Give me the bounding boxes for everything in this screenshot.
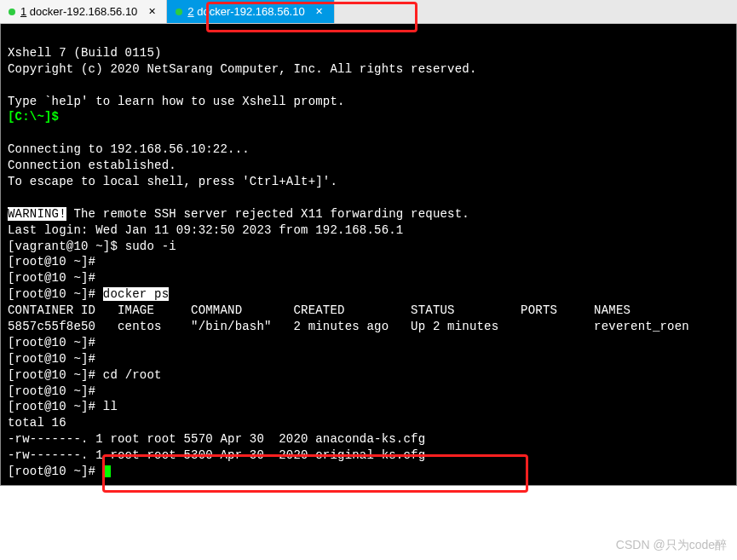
close-icon[interactable]: ✕ bbox=[314, 6, 325, 18]
root-prompt: [root@10 ~]# bbox=[8, 368, 103, 382]
banner-line: Type `help' to learn how to use Xshell p… bbox=[8, 95, 345, 108]
root-prompt: [root@10 ~]# bbox=[8, 271, 103, 285]
watermark: CSDN @只为code醉 bbox=[616, 538, 727, 553]
tab-label: docker-192.168.56.10 bbox=[30, 5, 137, 18]
cursor-icon bbox=[103, 465, 111, 477]
ps-header: CONTAINER ID IMAGE COMMAND CREATED STATU… bbox=[8, 303, 630, 317]
tab-num: 2 bbox=[187, 5, 193, 18]
warning-text: The remote SSH server rejected X11 forwa… bbox=[66, 207, 469, 221]
ls-total: total 16 bbox=[8, 416, 66, 430]
status-dot-icon bbox=[9, 9, 15, 15]
ps-row: 5857c55f8e50 centos "/bin/bash" 2 minute… bbox=[8, 320, 689, 333]
tab-bar: 1 docker-192.168.56.10 ✕ 2 docker-192.16… bbox=[0, 0, 737, 24]
tab-2[interactable]: 2 docker-192.168.56.10 ✕ bbox=[167, 0, 334, 23]
root-prompt: [root@10 ~]# bbox=[8, 287, 103, 301]
tab-label: docker-192.168.56.10 bbox=[197, 5, 304, 18]
tab-1[interactable]: 1 docker-192.168.56.10 ✕ bbox=[0, 0, 167, 23]
banner-line: Xshell 7 (Build 0115) bbox=[8, 46, 162, 60]
vagrant-prompt: [vagrant@10 ~]$ bbox=[8, 240, 125, 253]
root-prompt: [root@10 ~]# bbox=[8, 336, 103, 349]
cmd-sudo: sudo -i bbox=[125, 240, 176, 253]
connect-line: Connection established. bbox=[8, 159, 176, 172]
root-prompt: [root@10 ~]# bbox=[8, 255, 103, 268]
root-prompt: [root@10 ~]# bbox=[8, 352, 103, 366]
root-prompt: [root@10 ~]# bbox=[8, 465, 103, 478]
cmd-cd: cd /root bbox=[103, 368, 162, 382]
terminal-output[interactable]: Xshell 7 (Build 0115) Copyright (c) 2020… bbox=[0, 24, 737, 486]
tab-num: 1 bbox=[20, 5, 26, 18]
root-prompt: [root@10 ~]# bbox=[8, 384, 103, 398]
local-prompt: [C:\~]$ bbox=[8, 110, 59, 124]
root-prompt: [root@10 ~]# bbox=[8, 400, 103, 413]
connect-line: To escape to local shell, press 'Ctrl+Al… bbox=[8, 175, 337, 188]
cmd-docker-ps: docker ps bbox=[103, 287, 169, 301]
cmd-ll: ll bbox=[103, 400, 118, 413]
close-icon[interactable]: ✕ bbox=[146, 6, 158, 18]
warning-label: WARNING! bbox=[8, 207, 66, 221]
banner-line: Copyright (c) 2020 NetSarang Computer, I… bbox=[8, 62, 477, 76]
ls-row: -rw-------. 1 root root 5300 Apr 30 2020… bbox=[8, 448, 425, 462]
status-dot-icon bbox=[176, 9, 182, 15]
connect-line: Connecting to 192.168.56.10:22... bbox=[8, 142, 250, 156]
last-login: Last login: Wed Jan 11 09:32:50 2023 fro… bbox=[8, 223, 403, 237]
ls-row: -rw-------. 1 root root 5570 Apr 30 2020… bbox=[8, 432, 425, 446]
